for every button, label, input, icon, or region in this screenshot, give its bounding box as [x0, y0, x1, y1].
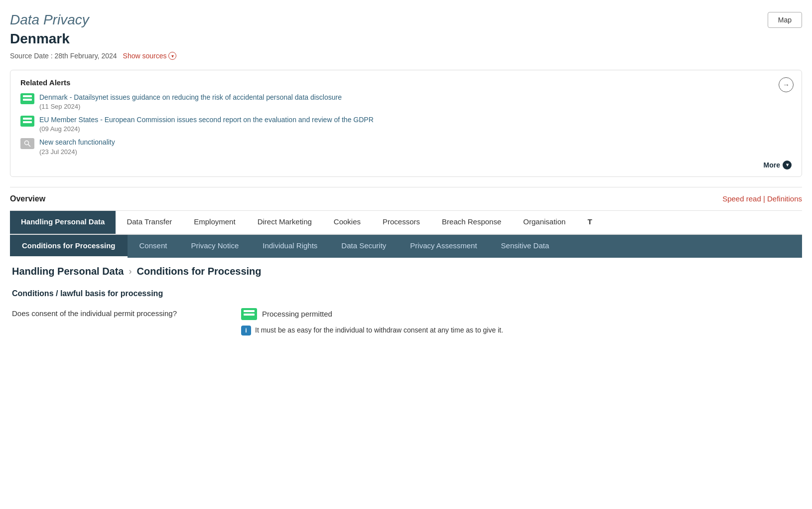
answer-col: Processing permitted i It must be as eas… — [241, 308, 800, 338]
subtab-consent[interactable]: Consent — [128, 235, 179, 258]
question-text: Does consent of the individual permit pr… — [12, 308, 221, 320]
status-text: Processing permitted — [262, 310, 332, 318]
tab-breach-response[interactable]: Breach Response — [431, 211, 512, 234]
tab-organisation[interactable]: Organisation — [512, 211, 576, 234]
alert-text-block-2: New search functionality (23 Jul 2024) — [39, 138, 115, 155]
section-heading: Conditions / lawful basis for processing — [12, 289, 800, 298]
alert-green-icon-1 — [20, 116, 34, 127]
breadcrumb-current: Conditions for Processing — [137, 266, 262, 277]
alert-link-0[interactable]: Denmark - Datailsynet issues guidance on… — [39, 93, 342, 102]
more-chevron-icon: ▾ — [783, 161, 792, 170]
source-row: Source Date : 28th February, 2024 Show s… — [10, 52, 802, 60]
svg-line-1 — [28, 145, 31, 147]
subtab-data-security[interactable]: Data Security — [329, 235, 398, 258]
info-icon: i — [241, 326, 251, 336]
status-badge: Processing permitted — [241, 308, 800, 320]
subtab-conditions-for-processing[interactable]: Conditions for Processing — [10, 235, 128, 258]
more-label: More — [764, 161, 780, 169]
tab-direct-marketing[interactable]: Direct Marketing — [247, 211, 323, 234]
alert-gray-icon-2 — [20, 138, 34, 149]
svg-point-0 — [25, 141, 29, 145]
tab-data-transfer[interactable]: Data Transfer — [116, 211, 183, 234]
more-link[interactable]: More ▾ — [20, 161, 792, 170]
breadcrumb: Handling Personal Data › Conditions for … — [10, 258, 802, 281]
alert-link-1[interactable]: EU Member States - European Commission i… — [39, 115, 374, 124]
question-row: Does consent of the individual permit pr… — [12, 308, 800, 338]
tab-row-1: Handling Personal Data Data Transfer Emp… — [10, 211, 802, 235]
country-title: Denmark — [10, 31, 802, 47]
tab-more[interactable]: T — [576, 211, 603, 234]
alert-date-1: (09 Aug 2024) — [39, 125, 374, 133]
content-section: Conditions / lawful basis for processing… — [10, 281, 802, 338]
processing-permitted-icon — [241, 308, 257, 320]
alert-link-2[interactable]: New search functionality — [39, 138, 115, 147]
alerts-title: Related Alerts — [20, 78, 792, 87]
tab-employment[interactable]: Employment — [183, 211, 246, 234]
show-sources-link[interactable]: Show sources ▾ — [123, 52, 177, 60]
breadcrumb-separator-icon: › — [129, 266, 132, 277]
alert-item: Denmark - Datailsynet issues guidance on… — [20, 93, 792, 110]
overview-label: Overview — [10, 194, 45, 203]
alert-item: EU Member States - European Commission i… — [20, 115, 792, 133]
app-title: Data Privacy — [10, 12, 802, 28]
alerts-arrow-icon[interactable]: → — [779, 77, 794, 92]
subtab-privacy-assessment[interactable]: Privacy Assessment — [398, 235, 489, 258]
show-sources-chevron-icon: ▾ — [168, 52, 176, 60]
subtab-sensitive-data[interactable]: Sensitive Data — [489, 235, 561, 258]
tab-handling-personal-data[interactable]: Handling Personal Data — [10, 211, 116, 234]
show-sources-label: Show sources — [123, 52, 167, 60]
page-wrapper: Map Data Privacy Denmark Source Date : 2… — [0, 0, 812, 509]
overview-bar: Overview Speed read | Definitions — [10, 187, 802, 211]
info-item: i It must be as easy for the individual … — [241, 325, 800, 336]
search-icon — [23, 140, 31, 148]
tab-row-2: Conditions for Processing Consent Privac… — [10, 235, 802, 258]
tab-processors[interactable]: Processors — [372, 211, 431, 234]
subtab-privacy-notice[interactable]: Privacy Notice — [179, 235, 251, 258]
alert-text-block-0: Denmark - Datailsynet issues guidance on… — [39, 93, 342, 110]
info-text: It must be as easy for the individual to… — [255, 325, 503, 336]
tab-cookies[interactable]: Cookies — [323, 211, 372, 234]
speed-read-definitions-link[interactable]: Speed read | Definitions — [722, 194, 802, 203]
alert-text-block-1: EU Member States - European Commission i… — [39, 115, 374, 133]
source-date: Source Date : 28th February, 2024 — [10, 52, 117, 60]
breadcrumb-parent[interactable]: Handling Personal Data — [12, 266, 124, 277]
alert-item: New search functionality (23 Jul 2024) — [20, 138, 792, 155]
map-button[interactable]: Map — [768, 12, 802, 28]
alerts-box: Related Alerts → Denmark - Datailsynet i… — [10, 70, 802, 177]
subtab-individual-rights[interactable]: Individual Rights — [251, 235, 329, 258]
alert-date-0: (11 Sep 2024) — [39, 103, 342, 110]
alert-date-2: (23 Jul 2024) — [39, 148, 115, 156]
alert-green-icon-0 — [20, 93, 34, 104]
